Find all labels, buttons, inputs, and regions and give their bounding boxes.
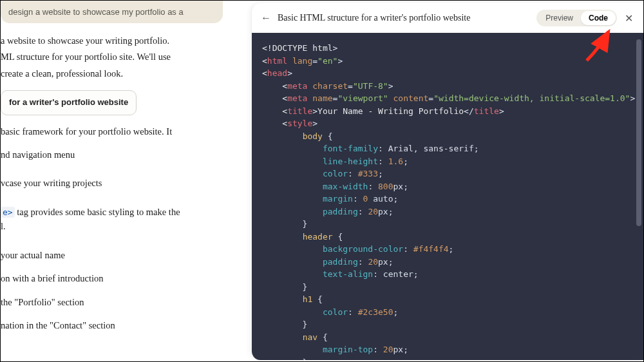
scrollbar[interactable] [636, 39, 641, 226]
list-item: your actual name [1, 248, 223, 262]
list-item: the "Portfolio" section [1, 295, 223, 309]
list-item: nd navigation menu [1, 148, 223, 162]
list-item: vcase your writing projects [1, 176, 223, 190]
close-icon[interactable]: ✕ [623, 12, 634, 24]
back-arrow-icon[interactable]: ← [261, 12, 271, 24]
artifact-chip[interactable]: for a writer's portfolio website [1, 90, 137, 115]
code-button[interactable]: Code [581, 11, 616, 25]
list-item: nation in the "Contact" section [1, 318, 223, 332]
artifact-title: Basic HTML structure for a writer's port… [278, 13, 530, 23]
text-line: a website to showcase your writing portf… [1, 33, 223, 48]
preview-button[interactable]: Preview [538, 11, 581, 25]
artifact-header: ← Basic HTML structure for a writer's po… [252, 3, 643, 33]
list-item: on with a brief introduction [1, 271, 223, 285]
text-line: ML structure for your portfolio site. We… [1, 50, 223, 64]
response-text: a website to showcase your writing portf… [1, 23, 223, 333]
code-viewer[interactable]: <!DOCTYPE html> <html lang="en"> <head> … [252, 33, 643, 360]
text-span: tag provides some basic styling to make … [15, 207, 180, 217]
text-span: l. [1, 221, 6, 231]
inline-code: e> [1, 207, 15, 218]
chat-response-panel: design a website to showcase my portfoli… [1, 1, 223, 361]
list-item: e> tag provides some basic styling to ma… [1, 205, 223, 234]
text-line: basic framework for your portfolio websi… [1, 124, 223, 138]
view-toggle: Preview Code [536, 10, 617, 26]
text-line: create a clean, professional look. [1, 66, 223, 81]
user-prompt: design a website to showcase my portfoli… [1, 1, 223, 23]
artifact-panel: ← Basic HTML structure for a writer's po… [251, 3, 643, 360]
